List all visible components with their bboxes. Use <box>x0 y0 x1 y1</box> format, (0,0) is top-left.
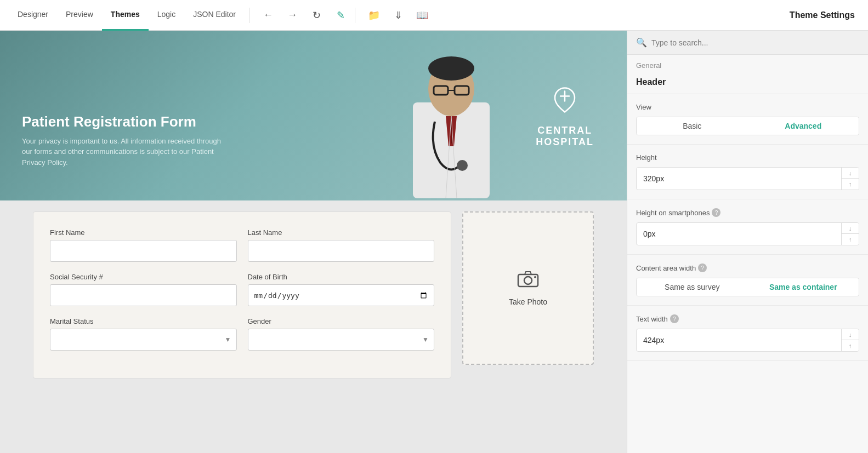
first-name-label: First Name <box>50 228 237 237</box>
height-label: Height <box>636 153 859 162</box>
form-row-3: Marital Status ▼ Gender <box>50 317 434 351</box>
header-section-title: Header <box>627 73 868 94</box>
content-area-width-label: Content area width <box>636 264 696 272</box>
tab-preview[interactable]: Preview <box>57 0 102 31</box>
nav-divider-2 <box>355 8 355 23</box>
content-area-width-info-icon[interactable]: ? <box>698 263 707 272</box>
view-toggle-row: Basic Advanced <box>636 117 859 135</box>
height-smartphones-stepper-buttons: ↓ ↑ <box>841 223 859 245</box>
top-nav: Designer Preview Themes Logic JSON Edito… <box>0 0 868 31</box>
height-smartphones-group: Height on smartphones ? 0px ↓ ↑ <box>627 199 868 255</box>
height-smartphones-info-icon[interactable]: ? <box>712 208 721 217</box>
height-smartphones-increment-button[interactable]: ↑ <box>841 234 859 245</box>
tab-designer[interactable]: Designer <box>9 0 57 31</box>
height-smartphones-stepper: 0px ↓ ↑ <box>636 222 859 245</box>
svg-point-13 <box>534 276 536 278</box>
svg-point-8 <box>457 160 468 171</box>
last-name-label: Last Name <box>248 228 435 237</box>
search-input[interactable] <box>651 38 859 47</box>
take-photo-label: Take Photo <box>509 297 547 306</box>
gender-group: Gender ▼ <box>248 317 435 351</box>
first-name-input[interactable] <box>50 240 237 262</box>
doctor-image <box>396 37 506 200</box>
text-width-group: Text width ? 424px ↓ ↑ <box>627 306 868 361</box>
content-area-width-group: Content area width ? Same as survey Same… <box>627 255 868 306</box>
open-button[interactable]: 📁 <box>364 5 384 25</box>
content-area-width-toggle: Same as survey Same as container <box>636 278 859 296</box>
banner-title: Patient Registration Form <box>22 113 230 130</box>
content-area-width-label-row: Content area width ? <box>636 263 859 272</box>
form-card: First Name Last Name Social Security # <box>33 211 451 379</box>
height-stepper: 320px ↓ ↑ <box>636 167 859 190</box>
view-basic-button[interactable]: Basic <box>637 117 748 135</box>
gender-label: Gender <box>248 317 435 325</box>
nav-actions: ← → ↻ ✎ <box>258 5 350 25</box>
height-stepper-buttons: ↓ ↑ <box>841 168 859 190</box>
view-label: View <box>636 103 859 111</box>
height-value: 320px <box>637 170 841 187</box>
download-button[interactable]: ⇓ <box>388 5 408 25</box>
paint-button[interactable]: ✎ <box>331 5 350 25</box>
nav-divider-1 <box>249 8 249 23</box>
view-advanced-button[interactable]: Advanced <box>748 117 859 135</box>
tab-json-editor[interactable]: JSON Editor <box>184 0 245 31</box>
tab-themes[interactable]: Themes <box>102 0 149 31</box>
marital-label: Marital Status <box>50 317 237 325</box>
banner-logo: CENTRALHOSPITAL <box>536 84 594 148</box>
text-width-stepper: 424px ↓ ↑ <box>636 329 859 352</box>
svg-point-12 <box>524 277 532 284</box>
height-group: Height 320px ↓ ↑ <box>627 145 868 199</box>
camera-icon <box>517 270 539 292</box>
text-width-increment-button[interactable]: ↑ <box>841 340 859 351</box>
svg-point-2 <box>428 56 474 81</box>
undo-button[interactable]: ← <box>258 5 278 25</box>
height-smartphones-label: Height on smartphones <box>636 209 710 217</box>
text-width-info-icon[interactable]: ? <box>670 314 679 323</box>
dob-label: Date of Birth <box>248 273 435 281</box>
form-row-1: First Name Last Name <box>50 228 434 262</box>
redo-button[interactable]: → <box>282 5 302 25</box>
panel-search: 🔍 <box>627 31 868 55</box>
photo-upload-box[interactable]: Take Photo <box>462 211 594 365</box>
file-actions: 📁 ⇓ 📖 <box>364 5 432 25</box>
form-row-2: Social Security # Date of Birth <box>50 273 434 306</box>
right-panel: 🔍 General Header View Basic Advanced Hei… <box>627 31 868 453</box>
main-area: Patient Registration Form Your privacy i… <box>0 31 868 453</box>
height-smartphones-label-row: Height on smartphones ? <box>636 208 859 217</box>
canvas: Patient Registration Form Your privacy i… <box>0 31 627 453</box>
text-width-stepper-buttons: ↓ ↑ <box>841 329 859 351</box>
last-name-group: Last Name <box>248 228 435 262</box>
ssn-label: Social Security # <box>50 273 237 281</box>
marital-group: Marital Status ▼ <box>50 317 237 351</box>
form-content: First Name Last Name Social Security # <box>0 200 627 389</box>
view-group: View Basic Advanced <box>627 94 868 145</box>
height-smartphones-decrement-button[interactable]: ↓ <box>841 223 859 234</box>
ssn-input[interactable] <box>50 284 237 306</box>
height-smartphones-value: 0px <box>637 225 841 243</box>
marital-select-wrapper: ▼ <box>50 329 237 351</box>
last-name-input[interactable] <box>248 240 435 262</box>
book-button[interactable]: 📖 <box>412 5 432 25</box>
same-as-survey-button[interactable]: Same as survey <box>637 278 748 296</box>
search-icon: 🔍 <box>636 37 647 48</box>
first-name-group: First Name <box>50 228 237 262</box>
gender-select-wrapper: ▼ <box>248 329 435 351</box>
text-width-label-row: Text width ? <box>636 314 859 323</box>
dob-group: Date of Birth <box>248 273 435 306</box>
text-width-label: Text width <box>636 315 668 323</box>
general-label: General <box>627 55 868 73</box>
dob-input[interactable] <box>248 284 435 306</box>
refresh-button[interactable]: ↻ <box>307 5 326 25</box>
form-header-banner: Patient Registration Form Your privacy i… <box>0 31 627 200</box>
banner-text: Patient Registration Form Your privacy i… <box>22 113 230 168</box>
text-width-value: 424px <box>637 331 841 349</box>
height-increment-button[interactable]: ↑ <box>841 179 859 190</box>
text-width-decrement-button[interactable]: ↓ <box>841 329 859 340</box>
theme-settings-title: Theme Settings <box>790 10 859 20</box>
gender-select[interactable] <box>248 329 435 351</box>
ssn-group: Social Security # <box>50 273 237 306</box>
same-as-container-button[interactable]: Same as container <box>748 278 859 296</box>
tab-logic[interactable]: Logic <box>149 0 184 31</box>
marital-select[interactable] <box>50 329 237 351</box>
height-decrement-button[interactable]: ↓ <box>841 168 859 179</box>
